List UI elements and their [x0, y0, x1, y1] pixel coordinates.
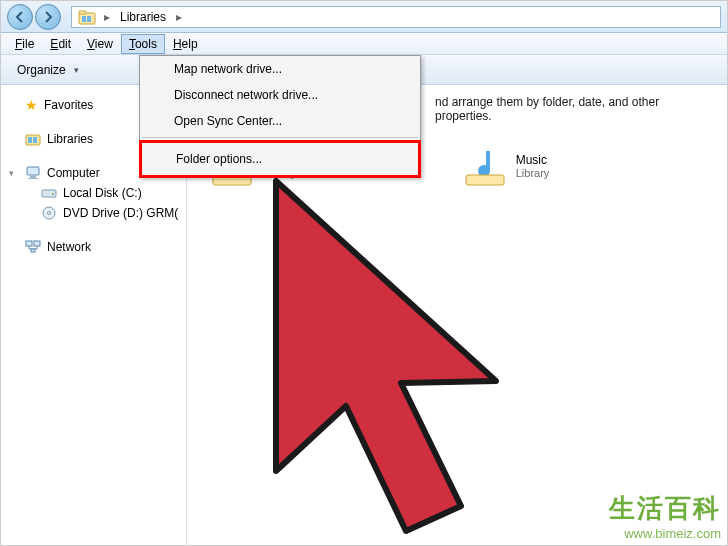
menu-map-network-drive[interactable]: Map network drive...: [140, 56, 420, 82]
menu-help[interactable]: Help: [165, 34, 206, 54]
libraries-icon: [25, 131, 41, 147]
svg-rect-6: [33, 137, 37, 143]
menu-view[interactable]: View: [79, 34, 121, 54]
computer-icon: [25, 165, 41, 181]
svg-rect-14: [26, 241, 32, 246]
svg-rect-2: [82, 16, 86, 22]
chevron-right-icon[interactable]: ▸: [100, 10, 114, 24]
nav-local-disk[interactable]: Local Disk (C:): [1, 183, 186, 203]
chevron-right-icon[interactable]: ▸: [172, 10, 186, 24]
svg-rect-5: [28, 137, 32, 143]
library-name: Music: [516, 153, 550, 167]
network-icon: [25, 239, 41, 255]
star-icon: ★: [25, 97, 38, 113]
address-bar[interactable]: ▸ Libraries ▸: [71, 6, 721, 28]
menu-folder-options[interactable]: Folder options...: [142, 143, 418, 175]
svg-rect-22: [466, 175, 504, 185]
svg-rect-10: [42, 190, 56, 197]
library-music[interactable]: Music Library: [464, 145, 550, 187]
organize-button[interactable]: Organize: [7, 59, 89, 81]
desc-text: nd arrange them by folder, date, and oth…: [435, 95, 659, 123]
svg-rect-16: [31, 249, 35, 252]
nav-dvd-drive[interactable]: DVD Drive (D:) GRM(: [1, 203, 186, 223]
menubar: File Edit View Tools Help: [1, 33, 727, 55]
svg-rect-7: [27, 167, 39, 175]
breadcrumb-libraries[interactable]: Libraries: [114, 8, 172, 26]
menu-file-tail: ile: [22, 37, 34, 51]
disk-icon: [41, 185, 57, 201]
nav-back-button[interactable]: [7, 4, 33, 30]
svg-point-11: [52, 193, 54, 195]
nav-libraries-label: Libraries: [47, 132, 93, 146]
nav-dvd-drive-label: DVD Drive (D:) GRM(: [63, 206, 178, 220]
nav-forward-button[interactable]: [35, 4, 61, 30]
dvd-icon: [41, 205, 57, 221]
svg-rect-3: [87, 16, 91, 22]
watermark-url: www.bimeiz.com: [609, 526, 721, 541]
menu-separator: [142, 137, 418, 138]
library-sub: Library: [516, 167, 550, 179]
watermark-text-cn: 生活百科: [609, 491, 721, 526]
nav-favorites-label: Favorites: [44, 98, 93, 112]
libraries-icon: [78, 9, 96, 25]
nav-computer-label: Computer: [47, 166, 100, 180]
menu-open-sync-center[interactable]: Open Sync Center...: [140, 108, 420, 134]
titlebar: ▸ Libraries ▸: [1, 1, 727, 33]
watermark: 生活百科 www.bimeiz.com: [609, 491, 721, 541]
menu-file[interactable]: File: [7, 34, 42, 54]
music-icon: [464, 145, 506, 187]
svg-rect-1: [79, 11, 86, 14]
menu-edit[interactable]: Edit: [42, 34, 79, 54]
nav-network-label: Network: [47, 240, 91, 254]
nav-local-disk-label: Local Disk (C:): [63, 186, 142, 200]
chevron-down-icon[interactable]: ▾: [9, 168, 19, 178]
svg-rect-8: [30, 176, 36, 178]
nav-network[interactable]: Network: [1, 237, 186, 257]
tools-dropdown: Map network drive... Disconnect network …: [139, 55, 421, 178]
menu-tools[interactable]: Tools: [121, 34, 165, 54]
red-highlight-box: Folder options...: [139, 140, 421, 178]
svg-rect-15: [34, 241, 40, 246]
svg-rect-9: [28, 178, 38, 179]
menu-disconnect-network-drive[interactable]: Disconnect network drive...: [140, 82, 420, 108]
svg-point-13: [48, 212, 51, 215]
